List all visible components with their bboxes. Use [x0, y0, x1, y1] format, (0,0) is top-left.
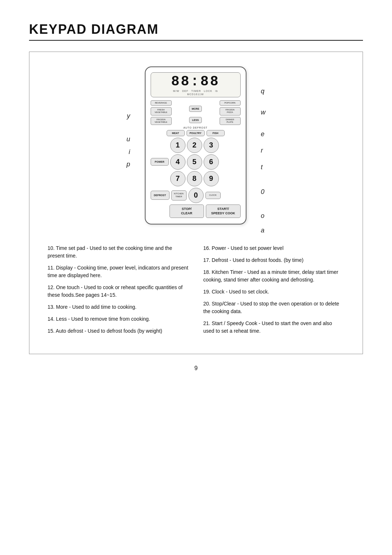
display-area: 88:88 M/W DEF TIMER LOCK lb MCD1611W	[151, 72, 241, 97]
display-indicators: M/W DEF TIMER LOCK lb	[155, 90, 237, 92]
label-i: i	[129, 146, 130, 158]
stop-clear-button[interactable]: STOP/CLEAR	[170, 204, 204, 218]
label-a: a	[261, 224, 265, 238]
label-q: q	[261, 85, 265, 98]
frozen-vegetable-button[interactable]: FROZENVEGETABLE	[151, 117, 172, 125]
label-p: p	[126, 158, 130, 170]
desc-15: 15. Auto defrost - Used to defrost foods…	[48, 327, 189, 335]
numpad-grid: 1 2 3 4 5 6 7 8 9	[170, 138, 219, 186]
num6-button[interactable]: 6	[204, 154, 219, 170]
num1-button[interactable]: 1	[170, 138, 185, 153]
fresh-vegetable-button[interactable]: FRESHVEGETABLE	[151, 107, 172, 115]
left-col: BEVERAGE FRESHVEGETABLE FROZENVEGETABLE	[151, 100, 172, 125]
poultry-button[interactable]: POULTRY	[187, 130, 205, 136]
desc-left-col: 10. Time set pad - Used to set the cooki…	[48, 244, 189, 339]
num3-button[interactable]: 3	[204, 138, 219, 153]
num7-button[interactable]: 7	[170, 171, 185, 186]
right-col: POPCORN FROZENPIZZA DINNERPLATE	[220, 100, 241, 125]
desc-17: 17. Defrost - Used to defrost foods. (by…	[203, 256, 344, 264]
label-y: y	[127, 110, 130, 122]
stop-start-row: STOP/CLEAR START/SPEEDY COOK	[151, 204, 241, 218]
num0-button[interactable]: 0	[188, 188, 204, 203]
label-zero: 0	[261, 185, 265, 199]
label-t: t	[261, 161, 263, 174]
fish-button[interactable]: FISH	[207, 130, 225, 136]
desc-10: 10. Time set pad - Used to set the cooki…	[48, 244, 189, 260]
label-o: o	[261, 209, 265, 223]
numpad-area: POWER 1 2 3 4 5 6 7 8 9	[151, 138, 241, 186]
desc-18: 18. Kitchen Timer - Used as a minute tim…	[203, 268, 344, 284]
less-button[interactable]: LESS	[189, 117, 202, 123]
desc-12: 12. One touch - Used to cook or reheat s…	[48, 284, 189, 299]
desc-14: 14. Less - Used to remove time from cook…	[48, 315, 189, 323]
desc-21: 21. Start / Speedy Cook - Used to start …	[203, 320, 344, 335]
clock-button[interactable]: CLOCK	[205, 192, 221, 199]
desc-19: 19. Clock - Used to set clock.	[203, 288, 344, 296]
num4-button[interactable]: 4	[170, 154, 185, 170]
left-labels: y u i p	[126, 110, 134, 170]
label-e: e	[261, 127, 265, 141]
right-labels: q w e r t 0 o a	[257, 85, 266, 237]
diagram-wrapper: y u i p 88:88 M/W DEF TIMER LOCK	[40, 66, 352, 237]
kitchen-timer-button[interactable]: KITCHENTIMER	[171, 190, 187, 200]
display-digits: 88:88	[155, 75, 237, 89]
desc-13: 13. More - Used to add time to cooking.	[48, 303, 189, 311]
meat-button[interactable]: MEAT	[167, 130, 185, 136]
main-diagram-box: y u i p 88:88 M/W DEF TIMER LOCK	[29, 52, 363, 354]
page-number: 9	[29, 365, 363, 372]
num8-button[interactable]: 8	[187, 171, 202, 186]
dinner-plate-button[interactable]: DINNERPLATE	[220, 117, 241, 125]
bottom-row: DEFROST KITCHENTIMER 0 CLOCK	[151, 188, 241, 203]
popcorn-button[interactable]: POPCORN	[220, 100, 241, 106]
mcre-button[interactable]: MCRE	[189, 106, 202, 112]
model-number: MCD1611W	[155, 93, 237, 96]
beverage-button[interactable]: BEVERAGE	[151, 100, 172, 106]
keypad: 88:88 M/W DEF TIMER LOCK lb MCD1611W	[145, 66, 246, 224]
label-r: r	[261, 144, 263, 158]
num2-button[interactable]: 2	[187, 138, 202, 153]
page-title: KEYPAD DIAGRAM	[29, 22, 363, 37]
frozen-pizza-button[interactable]: FROZENPIZZA	[220, 107, 241, 115]
top-buttons: BEVERAGE FRESHVEGETABLE FROZENVEGETABLE …	[151, 100, 241, 125]
defrost-button[interactable]: DEFROST	[151, 191, 170, 200]
start-speedy-button[interactable]: START/SPEEDY COOK	[206, 204, 241, 218]
meat-row: MEAT POULTRY FISH	[151, 130, 241, 136]
desc-20: 20. Stop/Clear - Used to stop the oven o…	[203, 300, 344, 315]
middle-col: MCRE LESS	[189, 100, 202, 125]
descriptions: 10. Time set pad - Used to set the cooki…	[40, 244, 352, 339]
label-u: u	[126, 133, 130, 145]
desc-right-col: 16. Power - Used to set power level 17. …	[203, 244, 344, 339]
power-button[interactable]: POWER	[151, 158, 169, 166]
keypad-outer: 88:88 M/W DEF TIMER LOCK lb MCD1611W	[134, 66, 257, 224]
num9-button[interactable]: 9	[204, 171, 219, 186]
num5-button[interactable]: 5	[187, 154, 202, 170]
auto-defrost-label: AUTO DEFROST	[151, 126, 241, 129]
label-w: w	[261, 106, 266, 119]
desc-16: 16. Power - Used to set power level	[203, 244, 344, 252]
desc-11: 11. Display - Cooking time, power level,…	[48, 264, 189, 279]
